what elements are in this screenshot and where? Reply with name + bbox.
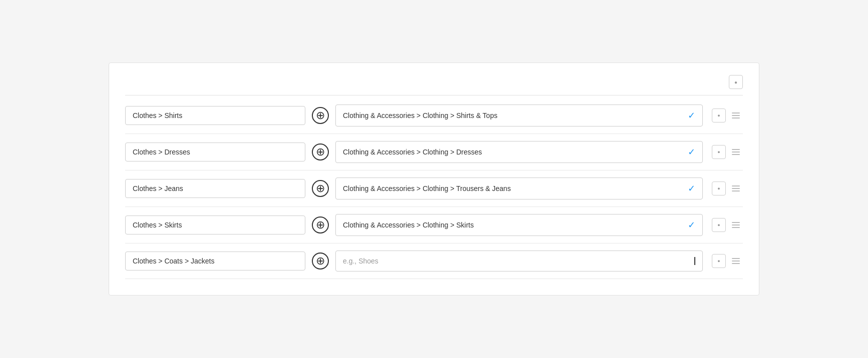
add-cell: ⊕ [305,180,335,197]
category-cell: e.g., Shoes [335,250,703,272]
table-row: Clothes > Dresses⊕Clothing & Accessories… [125,134,743,170]
rows-container: Clothes > Shirts⊕Clothing & Accessories … [125,98,743,279]
row-lines-button[interactable] [729,182,743,196]
value-box: Clothes > Dresses [125,142,305,162]
add-cell: ⊕ [305,107,335,124]
value-box: Clothes > Coats > Jackets [125,252,305,270]
add-cell: ⊕ [305,216,335,234]
plus-circle-icon: ⊕ [316,256,325,266]
category-cell: Clothing & Accessories > Clothing > Dres… [335,141,703,163]
value-box: Clothes > Jeans [125,179,305,198]
row-actions: ● [703,182,743,196]
lines-icon [732,222,740,228]
category-box[interactable]: e.g., Shoes [335,250,703,272]
row-lines-button[interactable] [729,254,743,268]
row-actions: ● [703,145,743,159]
lines-icon [732,112,740,118]
row-actions: ● [703,218,743,232]
table-row: Clothes > Shirts⊕Clothing & Accessories … [125,98,743,134]
category-text: Clothing & Accessories > Clothing > Dres… [343,148,684,156]
table-row: Clothes > Coats > Jackets⊕e.g., Shoes● [125,244,743,279]
add-button[interactable]: ⊕ [312,144,329,160]
plus-circle-icon: ⊕ [316,183,325,194]
lines-icon [732,186,740,192]
text-cursor [694,257,695,265]
category-box[interactable]: Clothing & Accessories > Clothing > Trou… [335,178,703,200]
value-box: Clothes > Skirts [125,216,305,234]
value-box: Clothes > Shirts [125,106,305,125]
category-cell: Clothing & Accessories > Clothing > Shir… [335,104,703,126]
table-row: Clothes > Skirts⊕Clothing & Accessories … [125,207,743,244]
dot-icon: ● [717,186,720,191]
row-dot-button[interactable]: ● [712,182,726,196]
value-cell: Clothes > Shirts [125,106,305,125]
row-dot-button[interactable]: ● [712,218,726,232]
header-actions: ● [693,75,743,89]
value-cell: Clothes > Jeans [125,179,305,198]
category-cell: Clothing & Accessories > Clothing > Trou… [335,178,703,200]
lines-icon [732,258,740,264]
category-placeholder: e.g., Shoes [343,257,693,265]
category-box[interactable]: Clothing & Accessories > Clothing > Skir… [335,214,703,236]
row-actions: ● [703,254,743,268]
category-text: Clothing & Accessories > Clothing > Shir… [343,112,684,120]
add-button[interactable]: ⊕ [312,252,329,270]
category-box[interactable]: Clothing & Accessories > Clothing > Dres… [335,141,703,163]
row-dot-button[interactable]: ● [712,108,726,122]
row-dot-button[interactable]: ● [712,254,726,268]
dot-icon: ● [717,113,720,118]
lines-icon [732,149,740,155]
dot-icon: ● [717,258,720,264]
check-icon: ✓ [688,220,695,230]
value-cell: Clothes > Coats > Jackets [125,252,305,270]
category-text: Clothing & Accessories > Clothing > Trou… [343,184,684,192]
add-button[interactable]: ⊕ [312,180,329,197]
row-lines-button[interactable] [729,145,743,159]
add-button[interactable]: ⊕ [312,107,329,124]
header-dot-button[interactable]: ● [729,75,743,89]
add-button[interactable]: ⊕ [312,216,329,234]
plus-circle-icon: ⊕ [316,110,325,121]
value-cell: Clothes > Dresses [125,142,305,162]
dot-icon: ● [717,150,720,154]
row-lines-button[interactable] [729,108,743,122]
plus-circle-icon: ⊕ [316,220,325,230]
add-cell: ⊕ [305,144,335,160]
row-dot-button[interactable]: ● [712,145,726,159]
mapping-table: ● Clothes > Shirts⊕Clothing & Accessorie… [109,62,759,296]
check-icon: ✓ [688,146,695,158]
category-cell: Clothing & Accessories > Clothing > Skir… [335,214,703,236]
row-actions: ● [703,108,743,122]
table-header: ● [125,75,743,96]
category-text: Clothing & Accessories > Clothing > Skir… [343,221,684,229]
row-lines-button[interactable] [729,218,743,232]
add-cell: ⊕ [305,252,335,270]
value-cell: Clothes > Skirts [125,216,305,234]
check-icon: ✓ [688,183,695,194]
dot-icon: ● [717,222,720,228]
check-icon: ✓ [688,110,695,121]
plus-circle-icon: ⊕ [316,146,325,158]
category-box[interactable]: Clothing & Accessories > Clothing > Shir… [335,104,703,126]
table-row: Clothes > Jeans⊕Clothing & Accessories >… [125,170,743,207]
header-dot-icon: ● [734,80,737,85]
